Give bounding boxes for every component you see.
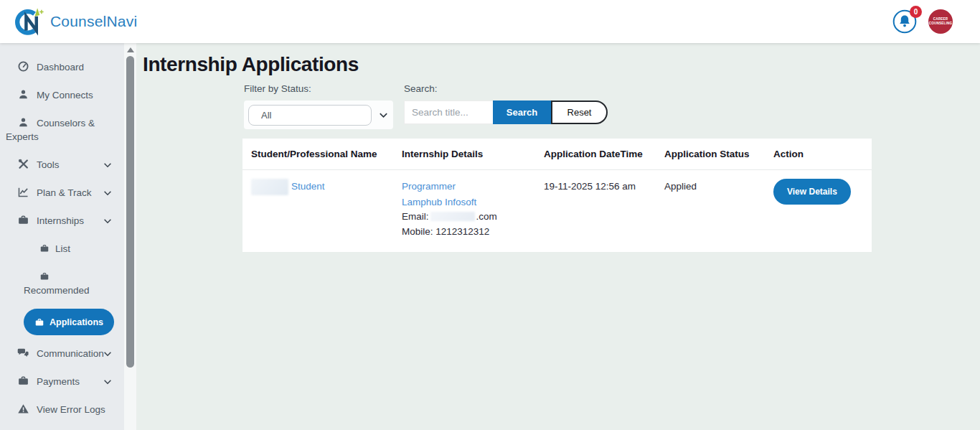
search-label: Search: bbox=[404, 83, 608, 94]
status-select[interactable]: All bbox=[248, 105, 372, 126]
chat-bubbles-icon bbox=[17, 347, 29, 359]
table-controls: Filter by Status: All Search: Search Res… bbox=[244, 83, 980, 129]
brand[interactable]: CounselNavi bbox=[10, 6, 137, 37]
chevron-down-icon[interactable] bbox=[103, 160, 113, 170]
application-datetime-cell: 19-11-2025 12:56 am bbox=[544, 179, 664, 239]
status-filter-block: Filter by Status: All bbox=[244, 83, 393, 129]
briefcase-icon bbox=[34, 317, 44, 327]
counselnavi-logo-icon bbox=[10, 6, 47, 37]
briefcase-icon bbox=[17, 375, 29, 387]
sidebar-item-label: View Error Logs bbox=[37, 404, 105, 415]
sidebar-item-plan-track[interactable]: Plan & Track bbox=[0, 179, 124, 207]
scrollbar-up-arrow-icon[interactable] bbox=[127, 47, 134, 52]
table-row: Student Programmer Lamphub Infosoft Emai… bbox=[242, 170, 872, 252]
sidebar-item-label: Recommended bbox=[24, 285, 90, 296]
notifications-button[interactable]: 0 bbox=[892, 9, 917, 34]
app-body: Dashboard My Connects Counselors & Exper… bbox=[0, 43, 980, 430]
mobile-line: Mobile: 1212312312 bbox=[402, 225, 544, 240]
internship-details-cell: Programmer Lamphub Infosoft Email:.com M… bbox=[402, 179, 544, 239]
chevron-down-icon[interactable] bbox=[378, 110, 389, 121]
column-header-application-status: Application Status bbox=[664, 149, 773, 159]
chevron-down-icon[interactable] bbox=[103, 377, 113, 387]
sidebar-item-internships-list[interactable]: List bbox=[0, 235, 124, 263]
column-header-application-datetime: Application DateTime bbox=[544, 149, 664, 159]
gauge-icon bbox=[17, 60, 29, 73]
reset-button[interactable]: Reset bbox=[551, 101, 608, 124]
applications-table: Student/Professional Name Internship Det… bbox=[242, 139, 872, 252]
sidebar-item-label: Payments bbox=[37, 376, 80, 387]
briefcase-icon bbox=[39, 243, 50, 253]
sidebar-item-payments[interactable]: Payments bbox=[0, 368, 124, 396]
action-cell: View Details bbox=[773, 179, 863, 239]
sidebar-item-label: My Connects bbox=[37, 90, 93, 101]
internship-title-link[interactable]: Programmer bbox=[402, 181, 456, 192]
email-line: Email:.com bbox=[402, 210, 544, 225]
company-link[interactable]: Lamphub Infosoft bbox=[402, 197, 476, 207]
column-header-student-name: Student/Professional Name bbox=[251, 149, 402, 159]
person-icon bbox=[17, 116, 29, 128]
top-header: CounselNavi 0 CAREER COUNSELING bbox=[0, 0, 980, 43]
redacted-name-box bbox=[251, 179, 288, 195]
email-label: Email: bbox=[402, 211, 429, 222]
briefcase-icon bbox=[39, 271, 50, 281]
chevron-down-icon[interactable] bbox=[103, 349, 113, 359]
sidebar-scrollbar[interactable] bbox=[124, 43, 136, 430]
chevron-down-icon[interactable] bbox=[103, 216, 113, 226]
search-block: Search: Search Reset bbox=[404, 83, 608, 124]
sidebar-item-counselors-experts[interactable]: Counselors & Experts bbox=[0, 109, 124, 151]
status-filter-panel: All bbox=[244, 101, 393, 129]
brand-name: CounselNavi bbox=[50, 13, 137, 30]
briefcase-icon bbox=[17, 214, 29, 226]
line-chart-icon bbox=[17, 186, 29, 198]
sidebar-item-label: Internships bbox=[37, 215, 84, 226]
sidebar-item-label: Plan & Track bbox=[37, 187, 92, 198]
table-header-row: Student/Professional Name Internship Det… bbox=[242, 139, 872, 170]
redacted-email-box bbox=[430, 212, 475, 221]
sidebar-item-my-connects[interactable]: My Connects bbox=[0, 81, 124, 109]
search-button[interactable]: Search bbox=[493, 101, 551, 124]
sidebar-item-dashboard[interactable]: Dashboard bbox=[0, 53, 124, 81]
status-select-value: All bbox=[261, 110, 271, 121]
sidebar-item-internships[interactable]: Internships bbox=[0, 207, 124, 235]
email-suffix: .com bbox=[476, 211, 497, 222]
sidebar-item-label: Dashboard bbox=[37, 62, 84, 73]
filter-label: Filter by Status: bbox=[244, 83, 393, 94]
sidebar-item-label: Tools bbox=[37, 159, 60, 170]
sidebar-item-communication[interactable]: Communication bbox=[0, 340, 124, 368]
sidebar-item-label: List bbox=[55, 243, 70, 254]
scrollbar-thumb[interactable] bbox=[126, 56, 134, 368]
warning-triangle-icon bbox=[17, 403, 29, 415]
student-name-cell: Student bbox=[251, 179, 402, 239]
column-header-action: Action bbox=[773, 149, 863, 159]
user-avatar[interactable]: CAREER COUNSELING bbox=[928, 9, 953, 34]
view-details-button[interactable]: View Details bbox=[773, 179, 851, 205]
search-input-group: Search Reset bbox=[404, 101, 608, 124]
sidebar-item-internships-applications[interactable]: Applications bbox=[24, 309, 114, 335]
mobile-label: Mobile: bbox=[402, 226, 433, 237]
chevron-down-icon[interactable] bbox=[103, 188, 113, 198]
person-icon bbox=[17, 88, 29, 101]
tools-icon bbox=[17, 158, 29, 170]
sidebar-item-internships-recommended[interactable]: Recommended bbox=[0, 263, 124, 304]
sidebar-nav: Dashboard My Connects Counselors & Exper… bbox=[0, 43, 124, 430]
sidebar-item-view-error-logs[interactable]: View Error Logs bbox=[0, 396, 124, 424]
sidebar-item-label: Communication bbox=[37, 348, 104, 359]
header-actions: 0 CAREER COUNSELING bbox=[892, 9, 953, 34]
application-status-cell: Applied bbox=[664, 179, 773, 239]
sidebar-item-tools[interactable]: Tools bbox=[0, 151, 124, 179]
mobile-number: 1212312312 bbox=[435, 226, 489, 237]
page-title: Internship Applications bbox=[143, 53, 980, 76]
column-header-internship-details: Internship Details bbox=[402, 149, 544, 159]
student-name-link[interactable]: Student bbox=[291, 179, 325, 194]
search-input[interactable] bbox=[404, 101, 493, 124]
sidebar-item-label: Applications bbox=[50, 317, 103, 327]
main-content: Internship Applications Filter by Status… bbox=[136, 43, 980, 430]
notification-count-badge: 0 bbox=[910, 6, 922, 18]
